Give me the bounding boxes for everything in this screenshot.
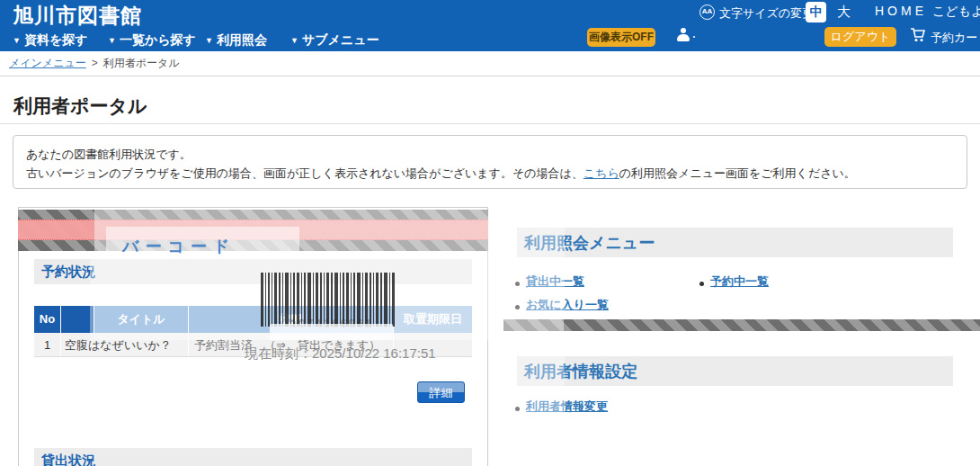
kochira-link[interactable]: こちら bbox=[584, 166, 619, 180]
reservation-status-heading: 予約状況 bbox=[34, 259, 472, 281]
user-name-dot bbox=[693, 36, 695, 38]
chevron-down-icon: ▼ bbox=[290, 36, 298, 45]
reservation-table-header: No タイトル 状態 取置期限日 bbox=[34, 306, 472, 333]
user-portal-page: 旭川市図書館 AA 文字サイズの変更 中 大 HOME こどもよう ▼資料を探す… bbox=[0, 0, 980, 466]
user-icon-body bbox=[677, 34, 690, 41]
barcode-number-mask bbox=[270, 324, 393, 340]
notice-line-1: あなたの図書館利用状況です。 bbox=[26, 145, 954, 164]
drag-handle-faded-part bbox=[503, 319, 564, 331]
user-icon[interactable] bbox=[676, 28, 690, 42]
reservation-cart-link[interactable]: 予約カート bbox=[931, 30, 980, 46]
link-user-info-change[interactable]: 利用者情報変更 bbox=[526, 399, 608, 415]
bullet-icon bbox=[699, 282, 704, 286]
inquiry-menu-heading-band: 利用照会メニュー bbox=[517, 228, 953, 257]
site-title: 旭川市図書館 bbox=[13, 2, 142, 30]
breadcrumb-separator: > bbox=[92, 57, 98, 69]
reservation-status-heading-band: 予約状況 bbox=[34, 259, 472, 284]
kids-page-link[interactable]: こどもよう bbox=[932, 4, 980, 20]
font-size-large-button[interactable]: 大 bbox=[837, 4, 851, 21]
barcode-popup-drag-handle-bottom[interactable] bbox=[503, 319, 980, 331]
col-blank bbox=[61, 306, 94, 333]
breadcrumb-main-menu-link[interactable]: メインメニュー bbox=[9, 57, 86, 69]
breadcrumb: メインメニュー>利用者ポータル bbox=[9, 56, 180, 71]
detail-button[interactable]: 詳細 bbox=[417, 381, 465, 403]
col-title: タイトル bbox=[94, 306, 189, 333]
user-icon-head bbox=[681, 28, 686, 33]
lending-status-heading-band: 貸出状況 bbox=[34, 448, 472, 466]
bullet-icon bbox=[515, 305, 520, 309]
link-favorites-list[interactable]: お気に入り一覧 bbox=[526, 297, 609, 313]
breadcrumb-current: 利用者ポータル bbox=[103, 57, 180, 69]
cart-icon[interactable] bbox=[910, 28, 926, 42]
site-header: 旭川市図書館 AA 文字サイズの変更 中 大 HOME こどもよう ▼資料を探す… bbox=[0, 0, 980, 51]
home-link[interactable]: HOME bbox=[875, 4, 927, 18]
notice-line-2: 古いバージョンのブラウザをご使用の場合、画面が正しく表示されない場合がございます… bbox=[26, 164, 954, 183]
logout-button[interactable]: ログアウト bbox=[824, 27, 896, 47]
bullet-icon bbox=[515, 407, 520, 411]
divider bbox=[0, 76, 980, 76]
link-reservations-list[interactable]: 予約中一覧 bbox=[710, 273, 769, 290]
nav-usage-inquiry[interactable]: ▼利用照会 bbox=[205, 32, 267, 49]
user-settings-heading-band: 利用者情報設定 bbox=[517, 356, 953, 386]
nav-search-materials[interactable]: ▼資料を探す bbox=[13, 32, 88, 49]
col-no: No bbox=[34, 306, 61, 333]
barcode-popup-title: バーコード bbox=[106, 227, 299, 259]
font-size-label: 文字サイズの変更 bbox=[719, 5, 814, 22]
row-title: 空腹はなぜいいか？ bbox=[61, 333, 189, 356]
font-size-medium-button[interactable]: 中 bbox=[806, 2, 826, 22]
nav-sub-menu[interactable]: ▼サブメニュー bbox=[290, 32, 379, 49]
inquiry-menu-heading: 利用照会メニュー bbox=[517, 228, 953, 254]
bullet-icon bbox=[515, 282, 520, 286]
divider bbox=[0, 123, 980, 124]
chevron-down-icon: ▼ bbox=[108, 36, 116, 45]
font-size-icon: AA bbox=[699, 4, 715, 20]
row-no: 1 bbox=[34, 333, 61, 356]
page-title: 利用者ポータル bbox=[13, 94, 147, 119]
user-settings-heading: 利用者情報設定 bbox=[517, 356, 953, 382]
nav-browse-lists[interactable]: ▼一覧から探す bbox=[108, 32, 196, 49]
image-display-off-button[interactable]: 画像表示OFF bbox=[587, 28, 655, 47]
lending-status-heading: 貸出状況 bbox=[34, 448, 472, 466]
barcode-image bbox=[261, 273, 396, 330]
browser-notice-box: あなたの図書館利用状況です。 古いバージョンのブラウザをご使用の場合、画面が正し… bbox=[13, 135, 967, 189]
chevron-down-icon: ▼ bbox=[13, 36, 21, 45]
chevron-down-icon: ▼ bbox=[205, 36, 213, 45]
current-time: 現在時刻：2025/10/22 16:17:51 bbox=[245, 345, 436, 363]
link-loans-list[interactable]: 貸出中一覧 bbox=[526, 273, 584, 290]
col-pickup-deadline: 取置期限日 bbox=[394, 306, 472, 333]
